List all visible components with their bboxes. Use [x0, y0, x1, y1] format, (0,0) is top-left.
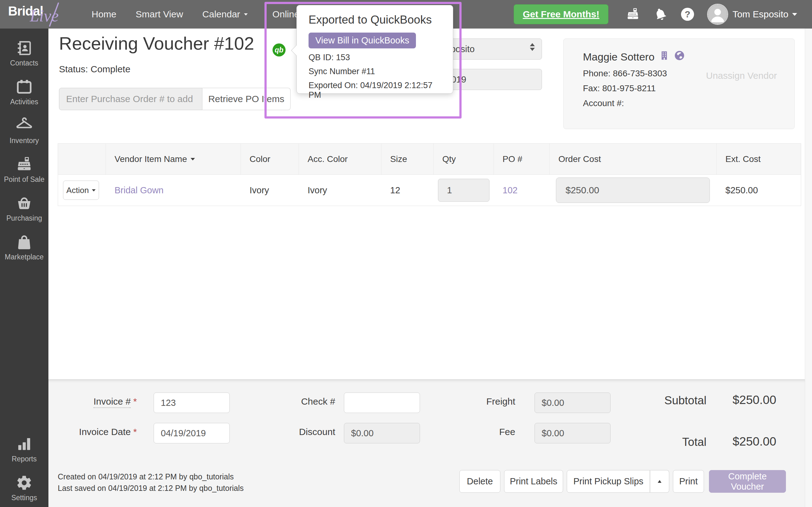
po-number-link[interactable]: 102: [502, 185, 518, 195]
po-input-group: Retrieve PO Items: [59, 88, 290, 110]
invoice-date-input[interactable]: [154, 423, 230, 443]
sort-caret-icon: [191, 158, 195, 160]
status-text: Status: Complete: [59, 64, 130, 74]
globe-icon[interactable]: [674, 50, 685, 64]
print-pickup-slips-button[interactable]: Print Pickup Slips: [567, 470, 650, 493]
cash-register-icon[interactable]: [626, 7, 640, 21]
sidebar-item-inventory[interactable]: Inventory: [0, 117, 48, 145]
help-icon[interactable]: ?: [681, 8, 694, 21]
cell-acc-color: Ivory: [299, 175, 381, 206]
main-nav: Home Smart View Calendar Online Tools: [92, 0, 323, 29]
sidebar-item-label: Marketplace: [5, 253, 44, 261]
chevron-down-icon: [92, 189, 96, 191]
print-labels-button[interactable]: Print Labels: [504, 470, 563, 493]
vendor-card: Maggie Sottero Phone: 866-735-8303 Fax: …: [563, 39, 795, 129]
complete-voucher-button[interactable]: Complete Voucher: [709, 470, 786, 493]
select-stepper-icon: [530, 43, 535, 51]
col-header-color: Color: [241, 144, 299, 174]
quickbooks-badge-icon[interactable]: qb: [273, 44, 285, 56]
print-pickup-slips-menu-button[interactable]: [650, 470, 669, 493]
popover-title: Exported to QuickBooks: [309, 13, 441, 26]
col-header-ext-cost: Ext. Cost: [717, 144, 801, 174]
sidebar: Contacts Activities Inventory Point of S…: [0, 29, 48, 507]
sidebar-item-label: Point of Sale: [4, 175, 44, 184]
required-asterisk: *: [133, 427, 137, 437]
view-bill-in-quickbooks-button[interactable]: View Bill in QuickBooks: [309, 33, 416, 48]
subtotal-value: $250.00: [716, 393, 776, 407]
bar-chart-icon: [16, 435, 33, 453]
retrieve-po-items-button[interactable]: Retrieve PO Items: [202, 88, 290, 110]
calendar-icon: [16, 78, 33, 96]
popover-arrow: [291, 45, 302, 56]
last-saved-text: Last saved on 04/19/2019 at 2:12 PM by q…: [58, 484, 243, 493]
item-name-link[interactable]: Bridal Gown: [114, 185, 164, 195]
sidebar-item-purchasing[interactable]: Purchasing: [0, 194, 48, 222]
purchase-order-input[interactable]: [59, 88, 202, 110]
sidebar-item-label: Purchasing: [6, 214, 42, 222]
col-header-po: PO #: [494, 144, 550, 174]
delete-button[interactable]: Delete: [459, 470, 500, 493]
items-table: Vendor Item Name Color Acc. Color Size Q…: [58, 144, 801, 206]
action-button[interactable]: Action: [63, 181, 99, 200]
invoice-number-label: Invoice #*: [58, 396, 137, 407]
total-value: $250.00: [716, 435, 776, 448]
chevron-up-icon: [658, 480, 661, 483]
sidebar-item-settings[interactable]: Settings: [0, 474, 48, 502]
receiving-voucher-page: Bridal Live Home Smart View Calendar Onl…: [0, 0, 812, 507]
unassign-vendor-link[interactable]: Unassign Vendor: [706, 70, 777, 81]
col-header-vendor-item-name[interactable]: Vendor Item Name: [106, 144, 241, 174]
shopping-bag-icon: [15, 233, 33, 251]
cell-color: Ivory: [241, 175, 299, 206]
vendor-name: Maggie Sottero: [583, 51, 655, 63]
user-menu[interactable]: Tom Esposito: [733, 9, 789, 19]
nav-item-home[interactable]: Home: [92, 9, 116, 19]
nav-item-smart-view[interactable]: Smart View: [136, 9, 183, 19]
exported-on-text: Exported On: 04/19/2019 2:12:57 PM: [309, 81, 441, 100]
freight-input[interactable]: [535, 393, 610, 413]
col-header-action: [58, 144, 106, 174]
check-number-label: Check #: [273, 396, 335, 407]
fee-input[interactable]: [535, 423, 610, 443]
notifications-bell-icon[interactable]: [654, 7, 667, 21]
nav-item-calendar[interactable]: Calendar: [202, 9, 248, 19]
sidebar-item-label: Settings: [11, 494, 37, 502]
subtotal-label: Subtotal: [635, 394, 706, 407]
bridallive-logo[interactable]: Bridal Live: [8, 0, 86, 29]
freight-label: Freight: [459, 396, 515, 407]
table-header-row: Vendor Item Name Color Acc. Color Size Q…: [58, 144, 801, 175]
total-label: Total: [635, 436, 706, 449]
check-number-input[interactable]: [344, 393, 420, 413]
logo-text-live: Live: [30, 6, 59, 25]
chevron-down-icon: [244, 13, 248, 15]
fee-label: Fee: [459, 427, 515, 437]
qty-input[interactable]: [438, 179, 489, 202]
sidebar-item-contacts[interactable]: Contacts: [0, 39, 48, 67]
cell-ext-cost: $250.00: [717, 175, 801, 206]
gear-icon: [16, 474, 33, 492]
sidebar-item-label: Contacts: [10, 59, 39, 67]
basket-icon: [15, 194, 33, 212]
sidebar-item-point-of-sale[interactable]: Point of Sale: [0, 156, 48, 184]
get-free-months-button[interactable]: Get Free Months!: [514, 4, 608, 24]
totals-section: Invoice #* Invoice Date* Check # Discoun…: [48, 379, 812, 507]
invoice-number-input[interactable]: [154, 393, 230, 413]
sidebar-item-marketplace[interactable]: Marketplace: [0, 233, 48, 261]
sidebar-item-activities[interactable]: Activities: [0, 78, 48, 106]
chevron-down-icon[interactable]: [792, 13, 797, 16]
address-book-icon: [16, 39, 33, 57]
vendor-fax: Fax: 801-975-8211: [583, 83, 782, 94]
sidebar-item-label: Inventory: [10, 136, 39, 145]
col-header-order-cost: Order Cost: [550, 144, 717, 174]
print-button[interactable]: Print: [673, 470, 704, 493]
required-asterisk: *: [133, 396, 137, 406]
cash-register-icon: [15, 156, 33, 173]
order-cost-input[interactable]: [556, 177, 710, 203]
building-icon[interactable]: [659, 50, 669, 63]
cell-size: 12: [381, 175, 434, 206]
quickbooks-popover: Exported to QuickBooks View Bill in Quic…: [296, 5, 453, 94]
created-on-text: Created on 04/19/2019 at 2:12 PM by qbo_…: [58, 472, 234, 481]
avatar[interactable]: [707, 4, 728, 25]
discount-input[interactable]: [344, 423, 420, 443]
vertical-scrollbar[interactable]: [805, 29, 812, 507]
sidebar-item-reports[interactable]: Reports: [0, 435, 48, 463]
